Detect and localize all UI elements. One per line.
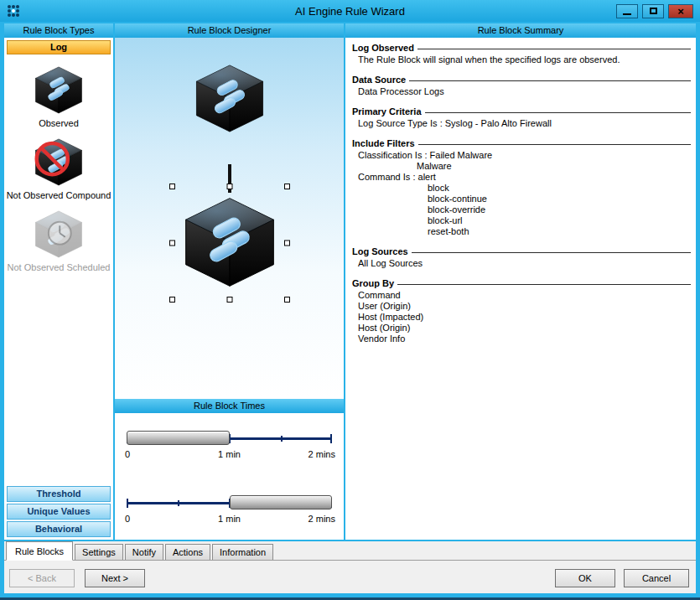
summary-section: Log ObservedThe Rule Block will signal w…	[352, 43, 691, 65]
summary-line: block-continue	[428, 194, 691, 204]
tab-rule-blocks[interactable]: Rule Blocks	[6, 541, 73, 561]
rule-block-types-header: Rule Block Types	[4, 23, 113, 38]
category-unique-values-button[interactable]: Unique Values	[7, 504, 111, 520]
selection-handle[interactable]	[226, 297, 232, 303]
selection-handle[interactable]	[284, 184, 290, 189]
summary-section-title-row: Log Observed	[352, 43, 691, 53]
cube-icon	[32, 65, 86, 115]
rule-block-designer-panel: Rule Block Designer Rule Block Times	[115, 23, 344, 540]
summary-section-title: Include Filters	[352, 138, 415, 148]
button-row: < Back Next > OK Cancel	[9, 569, 691, 587]
summary-line: reset-both	[428, 226, 691, 237]
summary-section-rule	[417, 49, 691, 49]
window-controls: ×	[616, 4, 693, 18]
summary-section-title-row: Log Sources	[352, 246, 691, 256]
cube-clock-icon	[32, 209, 86, 259]
type-item-label: Not Observed Scheduled	[8, 262, 111, 272]
time-slider-1: 0 1 min 2 mins	[127, 422, 332, 474]
selection-handle[interactable]	[169, 184, 175, 189]
summary-section-title-row: Group By	[352, 278, 691, 288]
summary-section-list: Log ObservedThe Rule Block will signal w…	[345, 38, 696, 540]
slider-tick	[127, 499, 128, 508]
summary-section: Log SourcesAll Log Sources	[352, 246, 691, 269]
summary-section-rule	[409, 80, 691, 81]
back-button[interactable]: < Back	[9, 569, 75, 587]
summary-section-title: Group By	[352, 278, 394, 288]
slider-label: 2 mins	[309, 514, 335, 524]
bottom-area: Rule BlocksSettingsNotifyActionsInformat…	[4, 541, 696, 593]
summary-section: Primary CriteriaLog Source Type Is : Sys…	[352, 106, 691, 129]
minimize-button[interactable]	[616, 4, 638, 18]
tab-notify[interactable]: Notify	[125, 544, 163, 560]
selection-handle[interactable]	[226, 184, 232, 189]
left-panel-spacer	[6, 272, 111, 484]
summary-section-title: Log Sources	[352, 246, 408, 256]
designer-canvas[interactable]	[115, 38, 344, 399]
summary-line: block	[428, 183, 691, 194]
summary-section-title: Data Source	[352, 75, 406, 85]
rule-block-cube-large[interactable]	[179, 195, 281, 289]
slider-labels: 0 1 min 2 mins	[127, 514, 332, 525]
rule-block-times-header: Rule Block Times	[115, 399, 344, 413]
summary-section-title-row: Data Source	[352, 75, 691, 85]
summary-section-title: Log Observed	[352, 43, 414, 53]
summary-line: block-url	[428, 215, 691, 226]
rule-block-types-panel: Rule Block Types Log Observed Not Observ…	[4, 23, 113, 540]
summary-line: Malware	[417, 161, 691, 172]
slider-label: 0	[125, 449, 130, 459]
main-area: Rule Block Types Log Observed Not Observ…	[4, 23, 696, 540]
next-button[interactable]: Next >	[85, 569, 145, 587]
type-item-label: Observed	[39, 118, 79, 128]
type-item-not-observed-compound[interactable]: Not Observed Compound	[6, 137, 111, 200]
rule-block-times-body: 0 1 min 2 mins 0 1 min	[115, 413, 344, 540]
slider-label: 0	[125, 514, 130, 524]
summary-section: Data SourceData Processor Logs	[352, 75, 691, 97]
summary-section: Include FiltersClassification Is : Faile…	[352, 138, 691, 237]
category-log-button[interactable]: Log	[7, 40, 111, 54]
rule-block-summary-panel: Rule Block Summary Log ObservedThe Rule …	[345, 23, 696, 540]
category-button-list: ThresholdUnique ValuesBehavioral	[6, 484, 111, 537]
rule-block-cube-small[interactable]	[191, 63, 268, 134]
summary-section: Group ByCommandUser (Origin)Host (Impact…	[352, 278, 691, 344]
slider-range-bar[interactable]	[127, 431, 230, 445]
summary-line: User (Origin)	[358, 301, 691, 312]
ok-button[interactable]: OK	[555, 569, 615, 587]
category-behavioral-button[interactable]: Behavioral	[7, 521, 111, 537]
summary-section-rule	[425, 112, 691, 113]
maximize-button[interactable]	[642, 4, 664, 18]
selection-handle[interactable]	[284, 297, 290, 303]
tab-actions[interactable]: Actions	[165, 544, 210, 560]
summary-line: Classification Is : Failed Malware	[358, 150, 691, 161]
slider-tick	[281, 436, 283, 442]
logrhythm-logo-icon	[6, 3, 21, 18]
rule-block-summary-header: Rule Block Summary	[345, 23, 696, 38]
tab-settings[interactable]: Settings	[75, 544, 123, 560]
type-item-observed[interactable]: Observed	[6, 65, 111, 128]
summary-line: Host (Origin)	[358, 323, 691, 334]
time-slider-2: 0 1 min 2 mins	[127, 487, 332, 539]
rule-block-designer-header: Rule Block Designer	[115, 23, 344, 38]
close-button[interactable]: ×	[668, 4, 693, 18]
summary-line: Vendor Info	[358, 334, 691, 344]
summary-line: Command	[358, 290, 691, 301]
cube-prohibited-icon	[32, 137, 86, 187]
selection-handle[interactable]	[169, 297, 175, 303]
selection-handle[interactable]	[169, 241, 175, 246]
summary-line: Data Processor Logs	[358, 86, 691, 97]
tab-information[interactable]: Information	[212, 544, 273, 560]
summary-section-rule	[418, 144, 691, 145]
slider-range-bar[interactable]	[230, 495, 333, 509]
rule-block-types-body: Log Observed Not Observed Compound	[4, 38, 113, 540]
type-item-label: Not Observed Compound	[7, 190, 111, 200]
selected-rule-block[interactable]	[172, 186, 288, 300]
summary-line: Host (Impacted)	[358, 312, 691, 323]
slider-tick	[330, 434, 332, 443]
cancel-button[interactable]: Cancel	[624, 569, 689, 587]
slider-label: 2 mins	[309, 449, 335, 459]
ai-engine-rule-wizard-window: AI Engine Rule Wizard × Rule Block Types…	[0, 0, 700, 600]
summary-line: Command Is : alert	[358, 172, 691, 183]
window-title: AI Engine Rule Wizard	[0, 5, 700, 18]
slider-labels: 0 1 min 2 mins	[127, 449, 332, 461]
selection-handle[interactable]	[284, 241, 290, 246]
category-threshold-button[interactable]: Threshold	[7, 486, 111, 502]
